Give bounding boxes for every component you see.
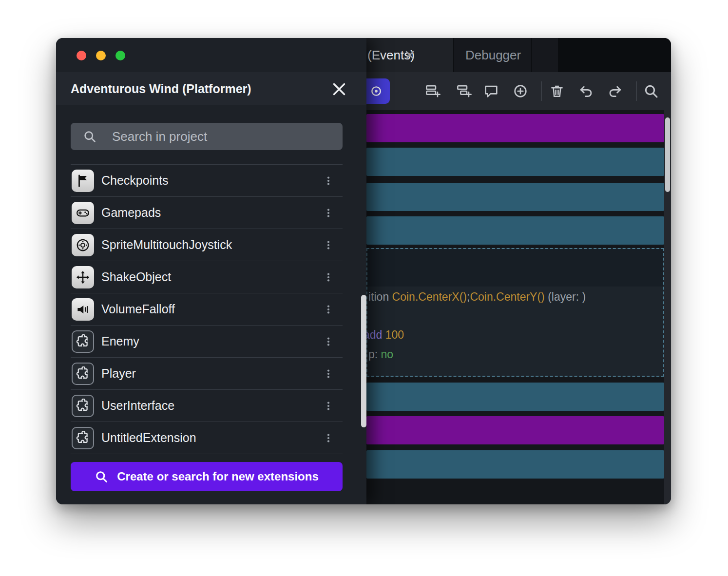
events-sheet: ition Coin.CenterX();Coin.CenterY() (lay… [366, 110, 671, 504]
list-item-label: SpriteMultitouchJoystick [101, 238, 232, 252]
list-item[interactable]: VolumeFalloff [71, 293, 343, 326]
flag-label: p: [368, 348, 381, 361]
tab-actions-cluster [558, 38, 671, 72]
undo-icon[interactable] [578, 83, 594, 99]
add-event-icon[interactable] [425, 83, 441, 99]
event-row[interactable] [366, 383, 664, 411]
tab-debugger[interactable]: Debugger [454, 38, 531, 72]
expression-x: Coin.CenterX() [392, 290, 467, 303]
flag-icon [72, 170, 94, 192]
list-item[interactable]: UntitledExtension [71, 422, 343, 454]
panel-scrollbar-thumb[interactable] [361, 295, 366, 427]
list-item[interactable]: Player [71, 358, 343, 390]
tab-bar: (Events) Debugger [366, 38, 671, 72]
list-item-label: Enemy [101, 334, 139, 348]
search-icon [95, 470, 108, 483]
list-item[interactable]: Gamepads [71, 197, 343, 229]
puzzle-icon [72, 330, 94, 353]
item-menu-button[interactable] [320, 430, 337, 446]
puzzle-icon [72, 395, 94, 417]
add-sub-event-icon[interactable] [456, 83, 472, 99]
list-item-label: UntitledExtension [101, 431, 196, 445]
project-search-box[interactable] [71, 123, 343, 150]
puzzle-icon [72, 363, 94, 385]
search-input[interactable] [71, 123, 343, 150]
events-scrollbar-thumb[interactable] [665, 117, 670, 192]
event-row[interactable] [366, 148, 664, 176]
item-menu-button[interactable] [320, 398, 337, 414]
item-menu-button[interactable] [320, 365, 337, 382]
events-scrollbar-track[interactable] [664, 110, 671, 504]
list-item[interactable]: ShakeObject [71, 261, 343, 293]
action-prefix: ition [368, 290, 392, 303]
variable-operator: add [364, 328, 385, 341]
add-element-icon[interactable] [513, 83, 528, 99]
item-menu-button[interactable] [320, 301, 337, 318]
list-item-label: ShakeObject [101, 270, 171, 284]
app-window: (Events) Debugger [56, 38, 671, 504]
item-menu-button[interactable] [320, 237, 337, 253]
list-item-label: UserInterface [101, 399, 174, 413]
tab-divider [531, 38, 532, 72]
event-variable-text: add 100 [364, 328, 404, 342]
expression-y: Coin.CenterY() [470, 290, 544, 303]
list-item-label: VolumeFalloff [101, 302, 175, 316]
project-manager-panel: Adventurous Wind (Platformer) Checkpoint… [56, 38, 366, 504]
window-zoom-button[interactable] [115, 51, 125, 60]
variable-value: 100 [385, 328, 404, 341]
item-menu-button[interactable] [320, 333, 337, 350]
item-menu-button[interactable] [320, 205, 337, 221]
events-toolbar [366, 72, 671, 110]
gamepad-icon [72, 202, 94, 224]
event-row[interactable] [366, 416, 664, 444]
add-comment-icon[interactable] [483, 83, 499, 99]
toolbar-divider [636, 81, 637, 101]
list-item-label: Gamepads [101, 206, 161, 220]
list-item[interactable]: Checkpoints [71, 165, 343, 197]
window-minimize-button[interactable] [96, 51, 106, 60]
puzzle-icon [72, 427, 94, 449]
list-item[interactable]: UserInterface [71, 390, 343, 422]
speaker-icon [72, 298, 94, 321]
event-action-text: ition Coin.CenterX();Coin.CenterY() (lay… [368, 290, 586, 304]
list-item-label: Checkpoints [101, 173, 169, 188]
tab-debugger-label: Debugger [465, 38, 521, 72]
selected-event-block[interactable]: ition Coin.CenterX();Coin.CenterY() (lay… [366, 248, 664, 377]
event-row[interactable] [366, 183, 664, 211]
list-item[interactable]: SpriteMultitouchJoystick [71, 229, 343, 261]
tab-close-icon[interactable] [403, 48, 417, 62]
list-item-label: Player [101, 366, 136, 381]
item-menu-button[interactable] [320, 173, 337, 189]
toolbar-divider [541, 81, 542, 101]
list-item[interactable]: Enemy [71, 326, 343, 358]
extension-list: Checkpoints Gamepads SpriteMultitouchJ [71, 164, 343, 454]
event-flag-text: p: no [368, 347, 393, 361]
panel-header: Adventurous Wind (Platformer) [56, 72, 366, 105]
close-icon[interactable] [330, 80, 348, 98]
event-row[interactable] [366, 216, 664, 245]
trash-icon[interactable] [549, 83, 565, 99]
item-menu-button[interactable] [320, 269, 337, 286]
events-editor: (Events) Debugger [366, 38, 671, 504]
redo-icon[interactable] [607, 83, 623, 99]
move-icon [72, 266, 94, 288]
panel-title: Adventurous Wind (Platformer) [71, 72, 251, 105]
create-extensions-label: Create or search for new extensions [117, 470, 318, 483]
window-close-button[interactable] [77, 51, 86, 60]
search-icon[interactable] [643, 83, 659, 99]
flag-value: no [381, 348, 394, 361]
event-condition-area[interactable] [367, 249, 663, 287]
action-suffix: (layer: ) [545, 290, 586, 303]
joystick-icon [72, 234, 94, 256]
event-row[interactable] [366, 450, 664, 479]
event-row[interactable] [366, 114, 664, 142]
create-extensions-button[interactable]: Create or search for new extensions [71, 462, 343, 491]
